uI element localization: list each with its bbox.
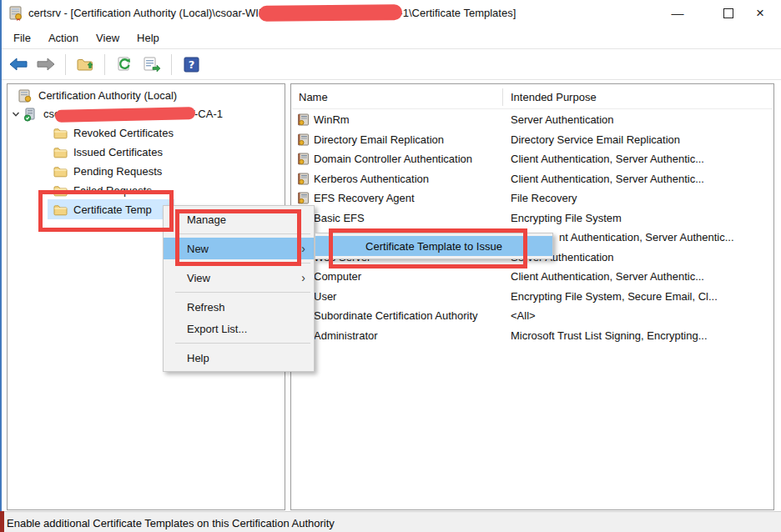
- menu-action[interactable]: Action: [48, 29, 88, 47]
- submenu-item-label: Certificate Template to Issue: [365, 240, 502, 253]
- refresh-icon[interactable]: [113, 53, 135, 75]
- maximize-icon: [723, 8, 733, 18]
- intended-purpose: Encrypting File System: [511, 212, 622, 224]
- menu-separator: [175, 233, 310, 234]
- context-menu-item-new[interactable]: New›: [164, 238, 314, 259]
- template-name: Directory Email Replication: [314, 133, 444, 146]
- title-redaction-scribble: [259, 4, 402, 22]
- submenu-item-certificate-template-to-issue[interactable]: Certificate Template to Issue: [315, 236, 552, 256]
- column-divider[interactable]: [502, 88, 503, 106]
- certificate-template-icon: [297, 153, 310, 165]
- menu-file[interactable]: File: [13, 29, 40, 47]
- menu-item-label: New: [187, 243, 209, 255]
- tree-root-label: Certification Authority (Local): [38, 89, 177, 102]
- tree-root-certification-authority[interactable]: Certification Authority (Local): [8, 86, 284, 105]
- intended-purpose: Client Authentication, Server Authentic.…: [511, 270, 704, 283]
- column-header-name[interactable]: Name: [299, 91, 328, 103]
- menu-view[interactable]: View: [96, 29, 128, 47]
- intended-purpose: File Recovery: [511, 192, 577, 204]
- certificate-template-icon: [297, 192, 310, 204]
- template-name: User: [314, 290, 336, 303]
- list-row[interactable]: Domain Controller AuthenticationClient A…: [292, 149, 773, 168]
- tree-item-revoked-certificates[interactable]: Revoked Certificates: [8, 123, 284, 143]
- list-row[interactable]: Kerberos AuthenticationClient Authentica…: [292, 169, 773, 188]
- menu-help[interactable]: Help: [137, 29, 169, 47]
- tree-item-label: Certificate Temp: [73, 203, 152, 216]
- context-menu: ManageNew›View›RefreshExport List...Help: [163, 205, 315, 372]
- toolbar-separator: [104, 54, 105, 75]
- list-row[interactable]: UserEncrypting File System, Secure Email…: [292, 287, 773, 306]
- folder-icon: [53, 165, 68, 178]
- list-row[interactable]: ComputerClient Authentication, Server Au…: [292, 267, 773, 286]
- context-menu-item-view[interactable]: View›: [164, 267, 314, 289]
- intended-purpose: Directory Service Email Replication: [511, 133, 680, 146]
- template-name: Administrator: [314, 329, 378, 342]
- list-row[interactable]: AdministratorMicrosoft Trust List Signin…: [292, 326, 773, 345]
- certsrv-app-icon: [8, 6, 23, 21]
- list-row[interactable]: Directory Email ReplicationDirectory Ser…: [292, 130, 773, 149]
- tree-item-pending-requests[interactable]: Pending Requests: [8, 162, 284, 181]
- menu-item-label: Refresh: [187, 301, 225, 314]
- tree-item-label: Pending Requests: [73, 165, 162, 178]
- window-left-border: [0, 0, 2, 532]
- list-row[interactable]: Subordinate Certification Authority<All>: [292, 306, 773, 325]
- window-title: certsrv - [Certification Authority (Loca…: [28, 7, 516, 21]
- context-menu-item-help[interactable]: Help: [164, 347, 314, 369]
- window-title-prefix: certsrv - [Certification Authority (Loca…: [28, 7, 270, 19]
- menu-item-label: View: [187, 272, 210, 284]
- certificate-template-icon: [297, 133, 310, 146]
- status-bar: Enable additional Certificate Templates …: [0, 511, 781, 532]
- export-list-icon[interactable]: [141, 53, 163, 75]
- toolbar-separator: [65, 54, 66, 75]
- menu-item-label: Export List...: [187, 323, 247, 335]
- intended-purpose: Microsoft Trust List Signing, Encrypting…: [511, 329, 708, 342]
- list-row[interactable]: Basic EFSEncrypting File System: [292, 208, 773, 228]
- list-row[interactable]: EFS Recovery AgentFile Recovery: [292, 188, 773, 208]
- template-name: Domain Controller Authentication: [314, 153, 472, 165]
- intended-purpose: Server Authentication: [511, 113, 614, 126]
- intended-purpose: Client Authentication, Server Authentic.…: [511, 153, 704, 165]
- submenu-arrow-icon: ›: [301, 271, 305, 284]
- maximize-button[interactable]: [714, 0, 743, 26]
- submenu-arrow-icon: ›: [301, 242, 305, 255]
- toolbar: ?: [0, 48, 781, 80]
- help-icon[interactable]: ?: [180, 53, 202, 75]
- context-menu-item-export-list[interactable]: Export List...: [164, 318, 314, 339]
- tree-node-ca-server[interactable]: csoarT-CA-1: [8, 104, 284, 123]
- ca-name-redaction-scribble: [55, 107, 195, 123]
- certificate-template-icon: [297, 113, 310, 126]
- back-icon[interactable]: [8, 53, 29, 75]
- tree-item-failed-requests[interactable]: Failed Requests: [8, 181, 284, 200]
- certificate-template-icon: [297, 173, 310, 185]
- template-name: Basic EFS: [314, 212, 365, 224]
- list-row[interactable]: WinRmServer Authentication: [292, 110, 773, 129]
- tree-item-label: Failed Requests: [73, 184, 152, 197]
- menu-separator: [175, 343, 310, 344]
- toolbar-separator: [171, 54, 172, 75]
- minimize-button[interactable]: —: [663, 0, 692, 26]
- up-one-level-icon[interactable]: [74, 53, 96, 75]
- new-submenu: Certificate Template to Issue: [315, 233, 553, 259]
- template-name: Subordinate Certification Authority: [314, 309, 478, 322]
- close-button[interactable]: ×: [746, 0, 774, 26]
- menu-separator: [175, 292, 310, 293]
- menu-bar: File Action View Help: [0, 27, 781, 48]
- templates-list-pane: Name Intended Purpose WinRmServer Authen…: [290, 83, 774, 510]
- forward-icon[interactable]: [35, 53, 57, 75]
- chevron-down-icon[interactable]: [12, 110, 22, 118]
- intended-purpose: Encrypting File System, Secure Email, Cl…: [511, 290, 718, 303]
- ca-server-icon: [23, 108, 38, 121]
- tree-item-issued-certificates[interactable]: Issued Certificates: [8, 143, 284, 162]
- folder-icon: [53, 184, 68, 198]
- folder-icon: [53, 146, 68, 159]
- intended-purpose: Client Authentication, Server Authentic.…: [511, 173, 704, 185]
- column-header-intended-purpose[interactable]: Intended Purpose: [511, 91, 597, 103]
- tree-item-label: Revoked Certificates: [73, 127, 174, 139]
- certsrv-window: { "window": { "title_prefix": "certsrv -…: [0, 0, 781, 532]
- context-menu-item-manage[interactable]: Manage: [164, 208, 314, 230]
- context-menu-item-refresh[interactable]: Refresh: [164, 296, 314, 318]
- menu-item-label: Help: [187, 352, 209, 364]
- certification-authority-icon: [18, 89, 33, 103]
- folder-icon: [53, 127, 68, 140]
- tree-item-label: Issued Certificates: [73, 146, 163, 158]
